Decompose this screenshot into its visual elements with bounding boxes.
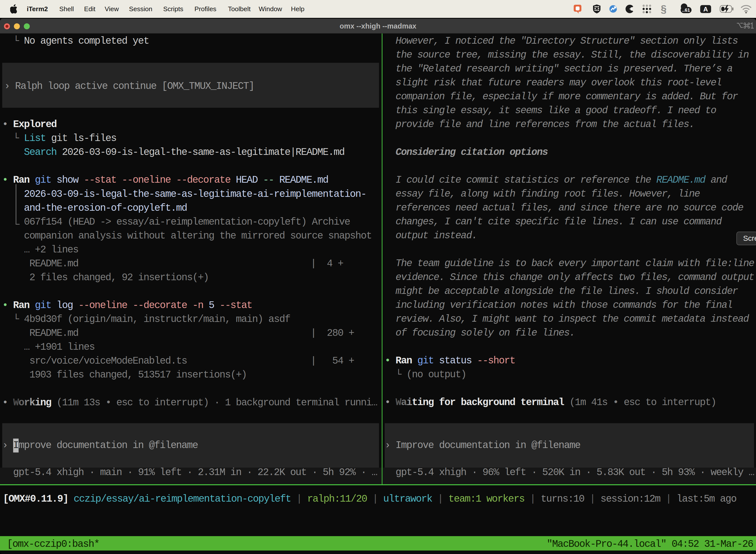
svg-text:A: A [703, 5, 708, 13]
svg-text:..61: ..61 [682, 7, 690, 13]
